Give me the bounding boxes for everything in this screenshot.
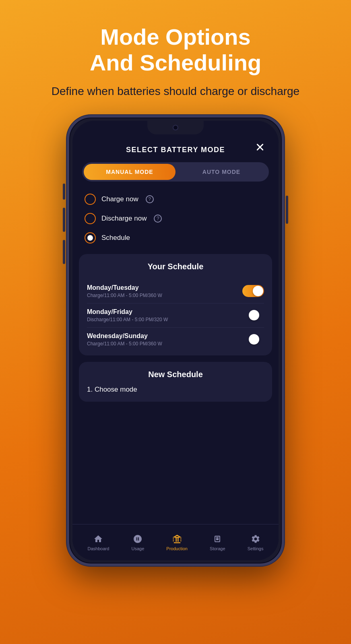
schedule-detail-1: Discharge/11:00 AM - 5:00 PM/320 W [87,317,168,322]
toggle-1[interactable] [242,309,264,321]
nav-item-usage[interactable]: Usage [126,530,149,554]
radio-schedule[interactable]: Schedule [85,228,266,248]
phone-button-left-2 [63,208,65,232]
nav-item-production[interactable]: Production [161,530,192,554]
nav-label-usage: Usage [131,546,144,551]
modal-title: SELECT BATTERY MODE [72,146,279,154]
header-section: Mode Options And Scheduling Define when … [35,0,316,111]
help-icon-charge[interactable]: ? [146,195,154,203]
tab-manual-mode[interactable]: MANUAL MODE [84,164,176,180]
svg-rect-0 [175,537,180,538]
schedule-detail-0: Charge/11:00 AM - 5:00 PM/360 W [87,293,162,298]
toggle-knob-2 [249,334,259,345]
radio-charge-now[interactable]: Charge now ? [85,190,266,209]
production-icon [171,533,183,545]
storage-icon [212,533,223,545]
phone-frame: SELECT BATTERY MODE MANUAL MODE AUTO MOD… [67,115,284,566]
bottom-nav: Dashboard Usage [72,524,279,560]
phone-button-right [286,196,288,224]
home-icon [93,533,104,545]
phone-button-left-3 [63,240,65,264]
new-schedule-section: New Schedule 1. Choose mode [79,362,272,402]
schedule-detail-2: Charge/11:00 AM - 5:00 PM/360 W [87,341,162,347]
radio-circle-discharge [85,213,96,224]
nav-item-settings[interactable]: Settings [243,530,268,554]
nav-item-storage[interactable]: Storage [205,530,230,554]
new-schedule-title: New Schedule [87,370,264,379]
radio-label-discharge: Discharge now [101,215,147,223]
schedule-item-text-2: Wednesday/Sunday Charge/11:00 AM - 5:00 … [87,332,162,347]
tab-auto-mode[interactable]: AUTO MODE [176,164,267,180]
radio-discharge-now[interactable]: Discharge now ? [85,209,266,228]
screen-content: SELECT BATTERY MODE MANUAL MODE AUTO MOD… [72,121,279,560]
header-title: Mode Options And Scheduling [52,24,299,76]
schedule-days-0: Monday/Tuesday [87,284,162,291]
radio-label-schedule: Schedule [101,234,130,242]
notch-camera [173,125,178,130]
toggle-0[interactable] [242,285,264,297]
nav-label-settings: Settings [248,546,264,551]
settings-icon [250,533,261,545]
help-icon-discharge[interactable]: ? [154,215,162,223]
nav-item-dashboard[interactable]: Dashboard [83,530,114,554]
your-schedule-section: Your Schedule Monday/Tuesday Charge/11:0… [79,254,272,355]
header-subtitle: Define when batteries should charge or d… [52,83,299,99]
toggle-knob-0 [253,286,263,296]
close-button[interactable] [254,141,266,154]
schedule-item-text-0: Monday/Tuesday Charge/11:00 AM - 5:00 PM… [87,284,162,298]
schedule-item-0: Monday/Tuesday Charge/11:00 AM - 5:00 PM… [87,279,264,303]
schedule-item-2: Wednesday/Sunday Charge/11:00 AM - 5:00 … [87,328,264,351]
toggle-knob-1 [249,310,259,320]
usage-icon [132,533,143,545]
notch [147,121,204,134]
choose-mode-label: 1. Choose mode [87,386,264,394]
nav-label-production: Production [166,546,188,551]
phone-button-left-1 [63,184,65,200]
phone-screen: SELECT BATTERY MODE MANUAL MODE AUTO MOD… [72,121,279,560]
your-schedule-title: Your Schedule [87,262,264,271]
schedule-days-1: Monday/Friday [87,308,168,316]
toggle-2[interactable] [242,333,264,345]
schedule-days-2: Wednesday/Sunday [87,332,162,340]
radio-options: Charge now ? Discharge now ? S [72,190,279,248]
schedule-item-text-1: Monday/Friday Discharge/11:00 AM - 5:00 … [87,308,168,322]
radio-label-charge: Charge now [101,195,138,203]
phone-wrapper: SELECT BATTERY MODE MANUAL MODE AUTO MOD… [67,115,284,566]
nav-label-dashboard: Dashboard [88,546,109,551]
radio-circle-schedule [85,232,96,244]
radio-dot-schedule [87,235,93,241]
nav-label-storage: Storage [210,546,225,551]
mode-tabs: MANUAL MODE AUTO MODE [82,162,269,182]
schedule-item-1: Monday/Friday Discharge/11:00 AM - 5:00 … [87,303,264,328]
radio-circle-charge [85,194,96,205]
